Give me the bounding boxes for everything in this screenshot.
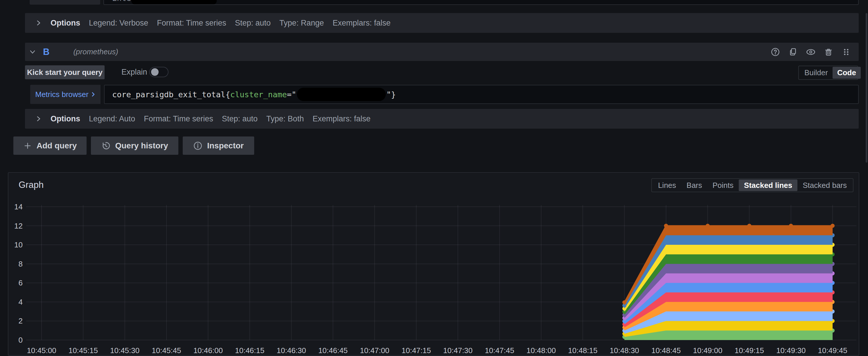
svg-text:2: 2 [19,317,23,325]
svg-text:10:45:30: 10:45:30 [110,346,140,355]
svg-text:10:48:45: 10:48:45 [651,346,681,355]
svg-text:10: 10 [14,240,23,249]
svg-text:4: 4 [19,298,23,306]
toggle-knob [151,68,159,76]
mode-builder[interactable]: Builder [800,67,833,79]
svg-text:6: 6 [19,279,23,287]
mode-code[interactable]: Code [833,67,861,79]
svg-text:10:46:00: 10:46:00 [193,346,223,355]
query-b-header[interactable]: B (prometheus) [25,43,859,61]
option-step: Step: auto [235,19,271,28]
svg-text:10:49:30: 10:49:30 [776,346,806,355]
svg-text:10:48:15: 10:48:15 [568,346,597,355]
query-b-options-row[interactable]: Options Legend: Auto Format: Time series… [25,109,859,129]
inspector-button[interactable]: Inspector [183,136,254,155]
chevron-right-icon [91,92,96,97]
option-exemplars: Exemplars: false [313,115,371,123]
stacked-area-chart[interactable]: 0246810121410:45:0010:45:1510:45:3010:45… [8,195,859,356]
promql-label-name: cluster_name [230,90,287,99]
svg-text:10:49:00: 10:49:00 [693,346,722,355]
chevron-down-icon[interactable] [29,48,36,56]
svg-text:10:49:15: 10:49:15 [735,346,764,355]
redaction-blob-value [297,88,386,101]
option-legend: Legend: Verbose [89,19,148,28]
svg-text:0: 0 [19,336,23,345]
tab-lines[interactable]: Lines [653,180,681,191]
option-format: Format: Time series [144,115,213,123]
query-b-code-input[interactable]: core_parsigdb_exit_total{cluster_name=""… [104,85,859,104]
svg-text:8: 8 [19,260,23,268]
option-exemplars: Exemplars: false [333,19,391,28]
svg-text:10:47:00: 10:47:00 [360,346,389,355]
promql-metric: core_parsigdb_exit_total{ [112,90,230,99]
svg-text:10:49:45: 10:49:45 [818,346,847,355]
option-type: Type: Range [279,19,324,28]
svg-text:14: 14 [14,202,23,211]
promql-equals-quote: =" [287,90,296,99]
tab-bars[interactable]: Bars [681,180,707,191]
chevron-right-icon[interactable] [35,116,42,122]
panel-title: Graph [19,180,43,190]
svg-text:10:46:15: 10:46:15 [235,346,265,355]
query-ref-id[interactable]: B [43,47,50,57]
query-a-input-partial[interactable]: Enter a PromQL query… [103,0,859,5]
option-legend: Legend: Auto [89,115,135,123]
svg-text:10:47:45: 10:47:45 [485,346,514,355]
explain-toggle[interactable] [149,67,168,77]
trash-icon[interactable] [824,47,833,57]
query-a-options-row[interactable]: Options Legend: Verbose Format: Time ser… [25,13,859,33]
chevron-right-icon[interactable] [35,20,42,26]
svg-text:10:47:15: 10:47:15 [401,346,431,355]
help-circle-icon[interactable] [770,47,780,57]
option-type: Type: Both [267,115,304,123]
options-toggle-label[interactable]: Options [51,19,80,28]
metrics-browser-button[interactable]: Metrics browser [30,85,100,104]
svg-text:10:48:30: 10:48:30 [610,346,639,355]
history-icon [101,141,111,151]
svg-text:10:45:00: 10:45:00 [27,346,56,355]
scrollbar[interactable] [866,13,867,163]
tab-stacked-bars[interactable]: Stacked bars [798,180,852,191]
plus-icon [23,141,32,150]
graph-view-mode-tabs: Lines Bars Points Stacked lines Stacked … [651,178,854,192]
option-step: Step: auto [222,115,258,123]
explain-label: Explain [121,68,147,77]
tab-stacked-lines[interactable]: Stacked lines [739,180,798,191]
eye-icon[interactable] [806,47,816,57]
options-toggle-label[interactable]: Options [51,115,80,123]
query-history-button[interactable]: Query history [91,136,178,155]
metrics-browser-button-partial[interactable] [30,0,100,5]
query-header-actions [770,47,851,57]
add-query-button[interactable]: Add query [13,136,87,155]
svg-text:10:48:00: 10:48:00 [526,346,556,355]
editor-mode-switch: Builder Code [798,66,858,80]
option-format: Format: Time series [157,19,226,28]
svg-text:10:45:15: 10:45:15 [68,346,98,355]
svg-text:10:45:45: 10:45:45 [152,346,181,355]
kick-start-query-button[interactable]: Kick start your query [25,65,104,79]
promql-close: "} [386,90,396,99]
svg-text:10:47:30: 10:47:30 [443,346,473,355]
duplicate-icon[interactable] [788,47,798,57]
datasource-label: (prometheus) [73,47,118,56]
redaction-blob-top [131,0,217,4]
svg-text:12: 12 [14,222,23,230]
svg-text:10:46:45: 10:46:45 [318,346,348,355]
tab-points[interactable]: Points [707,180,739,191]
drag-handle-icon[interactable] [841,47,851,57]
info-circle-icon [193,141,203,151]
svg-text:10:46:30: 10:46:30 [277,346,306,355]
